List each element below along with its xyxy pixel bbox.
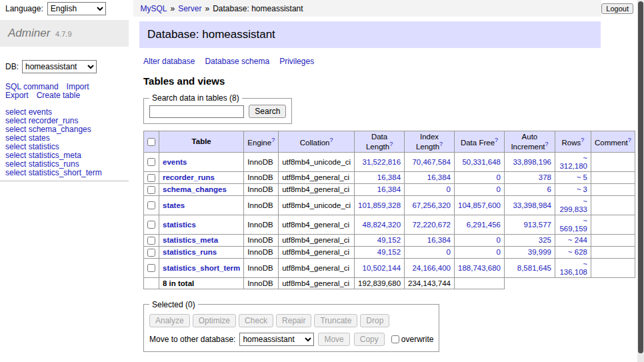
data-length-link[interactable]: 16,384: [377, 173, 401, 181]
search-button[interactable]: Search: [249, 105, 286, 118]
scrollbar-thumb[interactable]: [638, 1, 643, 353]
row-checkbox-states[interactable]: [147, 201, 155, 209]
row-checkbox-statistics_meta[interactable]: [147, 237, 155, 245]
data-free-link[interactable]: 0: [497, 248, 501, 256]
row-checkbox-statistics_short_term[interactable]: [147, 264, 155, 272]
move-database-select[interactable]: homeassistant: [239, 333, 314, 346]
index-length-link[interactable]: 24,166,400: [412, 264, 451, 272]
index-length-link[interactable]: 16,384: [427, 173, 451, 181]
column-header-engine: Engine?: [244, 131, 279, 153]
data-length-link[interactable]: 48,824,320: [362, 221, 401, 229]
data-free-link[interactable]: 0: [497, 173, 501, 181]
rows-link[interactable]: ~ 244: [568, 236, 587, 244]
row-checkbox-events[interactable]: [147, 158, 155, 166]
rows-cell: ~ 244: [555, 234, 591, 246]
optimize-button[interactable]: Optimize: [193, 314, 236, 327]
link-database-schema[interactable]: Database schema: [205, 57, 269, 66]
index-length-link[interactable]: 0: [447, 185, 451, 193]
drop-button[interactable]: Drop: [360, 314, 389, 327]
auto-increment-link[interactable]: 913,577: [523, 221, 551, 229]
link-sql-command[interactable]: SQL command: [5, 82, 59, 91]
auto-increment-link[interactable]: 325: [539, 236, 551, 244]
logout-button[interactable]: Logout: [601, 3, 633, 14]
language-select[interactable]: English: [47, 2, 106, 15]
overwrite-checkbox[interactable]: [391, 335, 399, 343]
select-all-checkbox[interactable]: [147, 138, 155, 146]
rows-link[interactable]: ~ 312,180: [559, 154, 587, 170]
table-link-states[interactable]: states: [163, 201, 185, 209]
data-free-link[interactable]: 0: [497, 185, 501, 193]
auto-increment-link[interactable]: 33,398,984: [513, 201, 551, 209]
help-link-comment[interactable]: ?: [628, 137, 631, 143]
data-free-link[interactable]: 188,743,680: [458, 264, 501, 272]
index-length-link[interactable]: 0: [447, 248, 451, 256]
page-scrollbar[interactable]: [637, 0, 644, 362]
rows-link[interactable]: ~ 136,108: [559, 260, 587, 276]
table-link-statistics_short_term[interactable]: statistics_short_term: [163, 264, 240, 272]
db-select[interactable]: homeassistant: [22, 60, 97, 73]
auto-increment-link[interactable]: 6: [547, 185, 551, 193]
help-link-engine[interactable]: ?: [271, 137, 275, 143]
rows-link[interactable]: ~ 628: [568, 248, 587, 256]
rows-link[interactable]: ~ 5: [577, 173, 587, 181]
table-link-statistics_runs[interactable]: statistics_runs: [163, 248, 217, 256]
index-length-link[interactable]: 16,384: [427, 236, 451, 244]
repair-button[interactable]: Repair: [276, 314, 311, 327]
data-length-link[interactable]: 10,502,144: [362, 264, 401, 272]
selected-fieldset: Selected (0) AnalyzeOptimizeCheckRepairT…: [143, 300, 439, 352]
index-length-link[interactable]: 72,220,672: [412, 221, 451, 229]
data-length-link[interactable]: 16,384: [377, 185, 401, 193]
comment-cell: [591, 152, 635, 171]
data-length-link[interactable]: 49,152: [377, 248, 401, 256]
data-length-cell: 49,152: [355, 234, 405, 246]
help-link-data-length[interactable]: ?: [389, 141, 393, 147]
check-button[interactable]: Check: [239, 314, 273, 327]
link-create-table[interactable]: Create table: [37, 91, 80, 100]
row-checkbox-statistics_runs[interactable]: [147, 249, 155, 257]
table-link-statistics[interactable]: statistics: [163, 221, 196, 229]
table-link-schema_changes[interactable]: schema_changes: [163, 185, 227, 193]
index-length-link[interactable]: 70,467,584: [412, 158, 451, 166]
help-link-data-free[interactable]: ?: [495, 137, 498, 143]
data-free-link[interactable]: 6,291,456: [467, 221, 501, 229]
table-link-statistics_meta[interactable]: statistics_meta: [163, 236, 218, 244]
link-import[interactable]: Import: [67, 82, 89, 91]
auto-increment-link[interactable]: 39,999: [528, 248, 551, 256]
help-link-collation[interactable]: ?: [329, 137, 333, 143]
breadcrumb-link-mysql[interactable]: MySQL: [140, 4, 167, 13]
auto-increment-link[interactable]: 378: [539, 173, 551, 181]
data-free-link[interactable]: 0: [497, 236, 501, 244]
link-privileges[interactable]: Privileges: [279, 57, 314, 66]
row-checkbox-recorder_runs[interactable]: [147, 174, 155, 182]
help-link-index-length[interactable]: ?: [439, 141, 443, 147]
index-length-link[interactable]: 67,256,320: [412, 201, 451, 209]
copy-button[interactable]: Copy: [354, 333, 385, 346]
auto-increment-link[interactable]: 8,581,645: [517, 264, 551, 272]
auto-increment-link[interactable]: 33,898,196: [513, 158, 551, 166]
data-free-cell: 188,743,680: [455, 258, 505, 277]
link-export[interactable]: Export: [5, 91, 29, 100]
table-link-recorder_runs[interactable]: recorder_runs: [163, 173, 215, 181]
link-select-statistics-short-term[interactable]: select statistics_short_term: [5, 169, 129, 177]
help-link-auto-increment[interactable]: ?: [545, 141, 549, 147]
rows-link[interactable]: ~ 299,833: [559, 197, 587, 213]
tables-foot-row: 8 in totalInnoDButf8mb4_general_ci192,83…: [144, 277, 635, 289]
row-checkbox-schema_changes[interactable]: [147, 186, 155, 194]
data-length-link[interactable]: 31,522,816: [362, 158, 401, 166]
search-input[interactable]: [149, 105, 244, 118]
rows-link[interactable]: ~ 3: [577, 185, 587, 193]
data-length-link[interactable]: 49,152: [377, 236, 401, 244]
link-alter-database[interactable]: Alter database: [143, 57, 195, 66]
data-length-link[interactable]: 101,859,328: [358, 201, 401, 209]
rows-link[interactable]: ~ 569,159: [559, 217, 587, 233]
data-free-link[interactable]: 104,857,600: [458, 201, 501, 209]
analyze-button[interactable]: Analyze: [149, 314, 190, 327]
move-button[interactable]: Move: [318, 333, 349, 346]
help-link-rows[interactable]: ?: [581, 137, 584, 143]
breadcrumb-link-server[interactable]: Server: [178, 4, 201, 13]
data-free-link[interactable]: 50,331,648: [462, 158, 501, 166]
table-link-events[interactable]: events: [163, 158, 187, 166]
row-checkbox-statistics[interactable]: [147, 221, 155, 229]
truncate-button[interactable]: Truncate: [314, 314, 357, 327]
page-title: Database: homeassistant: [139, 21, 601, 48]
